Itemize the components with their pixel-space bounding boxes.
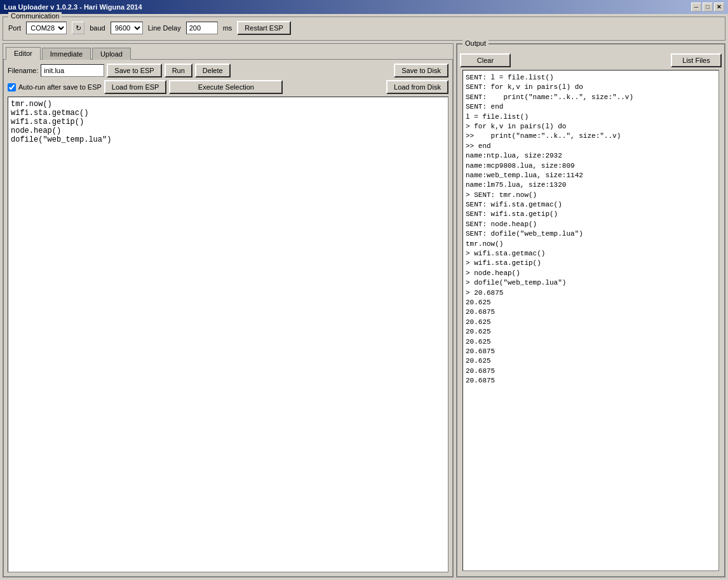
output-group: Output Clear List Files <box>457 44 725 577</box>
communication-group: Communication Port COM28 ↻ baud 9600 Lin… <box>3 17 725 41</box>
editor-tab-content: Filename: Save to ESP Run Delete Save to… <box>3 59 453 577</box>
autorun-row: Auto-run after save to ESP <box>8 83 102 91</box>
autorun-label: Auto-run after save to ESP <box>18 83 102 91</box>
execute-selection-button[interactable]: Execute Selection <box>169 80 283 94</box>
delete-button[interactable]: Delete <box>195 64 231 78</box>
output-toolbar: Clear List Files <box>460 53 722 67</box>
line-delay-input[interactable] <box>186 22 218 34</box>
tab-bar: Editor Immediate Upload <box>3 44 453 59</box>
autorun-checkbox[interactable] <box>8 83 16 91</box>
main-window: Communication Port COM28 ↻ baud 9600 Lin… <box>0 14 728 580</box>
run-button[interactable]: Run <box>165 64 192 78</box>
output-group-inner: Clear List Files <box>457 44 724 576</box>
clear-button[interactable]: Clear <box>460 53 511 67</box>
right-panel: Output Clear List Files <box>456 43 725 577</box>
tab-editor[interactable]: Editor <box>6 47 41 60</box>
list-files-button[interactable]: List Files <box>671 53 722 67</box>
baud-label: baud <box>90 24 105 32</box>
title-bar: Lua Uploader v 1.0.2.3 - Hari Wiguna 201… <box>0 0 728 14</box>
minimize-button[interactable]: ─ <box>691 3 701 11</box>
title-bar-buttons: ─ □ ✕ <box>691 3 724 11</box>
refresh-button[interactable]: ↻ <box>72 22 84 34</box>
output-textarea[interactable] <box>462 70 719 571</box>
restart-esp-button[interactable]: Restart ESP <box>237 21 291 35</box>
close-button[interactable]: ✕ <box>714 3 724 11</box>
line-delay-unit: ms <box>223 24 233 32</box>
content-area: Editor Immediate Upload Filename: Save t… <box>3 43 725 577</box>
filename-input[interactable] <box>41 64 104 77</box>
output-legend: Output <box>462 39 489 47</box>
load-from-disk-button[interactable]: Load from Disk <box>386 80 448 94</box>
port-select[interactable]: COM28 <box>26 22 67 34</box>
load-from-esp-button[interactable]: Load from ESP <box>104 80 167 94</box>
save-to-disk-button[interactable]: Save to Disk <box>394 64 448 78</box>
tab-immediate[interactable]: Immediate <box>42 48 91 60</box>
filename-label: Filename: <box>8 67 38 74</box>
output-content <box>462 70 719 571</box>
save-to-esp-button[interactable]: Save to ESP <box>107 64 161 78</box>
left-panel: Editor Immediate Upload Filename: Save t… <box>3 43 454 577</box>
communication-legend: Communication <box>8 12 62 20</box>
communication-section: Port COM28 ↻ baud 9600 Line Delay ms Res… <box>8 21 720 35</box>
editor-toolbar-row2: Auto-run after save to ESP Load from ESP… <box>8 80 448 94</box>
editor-toolbar-row1: Filename: Save to ESP Run Delete Save to… <box>8 64 448 78</box>
port-label: Port <box>8 24 21 32</box>
maximize-button[interactable]: □ <box>703 3 713 11</box>
line-delay-label: Line Delay <box>148 24 181 32</box>
baud-select[interactable]: 9600 <box>111 22 143 34</box>
tab-upload[interactable]: Upload <box>92 48 131 60</box>
code-editor-wrapper <box>8 97 448 572</box>
window-title: Lua Uploader v 1.0.2.3 - Hari Wiguna 201… <box>4 3 142 11</box>
code-editor[interactable] <box>8 97 448 572</box>
